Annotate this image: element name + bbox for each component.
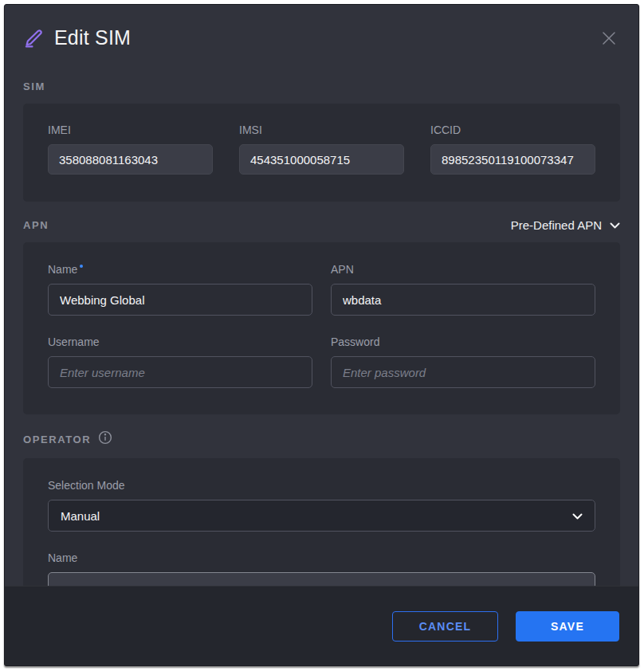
modal-footer: CANCEL SAVE — [5, 586, 638, 665]
required-dot — [80, 265, 83, 268]
apn-name-field-group: Name — [48, 263, 312, 316]
cancel-button[interactable]: CANCEL — [392, 611, 498, 642]
imsi-field-group: IMSI — [239, 124, 404, 175]
modal-header: Edit SIM — [23, 5, 620, 49]
modal-title: Edit SIM — [54, 26, 131, 49]
selection-mode-value: Manual — [61, 509, 100, 523]
operator-name-label: Name — [48, 551, 595, 565]
iccid-field-group: ICCID — [430, 124, 595, 175]
password-field-group: Password — [331, 336, 595, 388]
operator-section-label: OPERATOR — [23, 434, 91, 445]
close-icon[interactable] — [599, 29, 618, 48]
apn-input[interactable] — [331, 284, 595, 316]
sim-section-label: SIM — [23, 80, 45, 92]
imei-input[interactable] — [48, 144, 213, 175]
sim-section-header: SIM — [23, 79, 620, 93]
apn-field-group: APN — [331, 263, 595, 316]
iccid-label: ICCID — [430, 124, 595, 137]
apn-card: Name APN Username Password — [23, 242, 620, 414]
edit-sim-modal: Edit SIM SIM IMEI IMSI ICCID — [4, 4, 639, 666]
password-label: Password — [331, 336, 595, 349]
operator-section-header: OPERATOR — [23, 430, 620, 448]
predefined-apn-label: Pre-Defined APN — [511, 218, 602, 232]
apn-section-header: APN Pre-Defined APN — [23, 218, 620, 232]
chevron-down-icon — [610, 218, 620, 232]
apn-name-input[interactable] — [48, 284, 312, 316]
predefined-apn-dropdown[interactable]: Pre-Defined APN — [511, 218, 620, 232]
apn-section-label: APN — [23, 219, 49, 231]
apn-name-label: Name — [48, 263, 312, 277]
info-icon[interactable] — [98, 430, 112, 448]
password-input[interactable] — [331, 356, 595, 388]
edit-pencil-icon — [23, 28, 44, 49]
selection-mode-select[interactable]: Manual — [48, 500, 595, 532]
selection-mode-label: Selection Mode — [48, 479, 595, 492]
username-input[interactable] — [48, 356, 312, 388]
imsi-input[interactable] — [239, 144, 404, 175]
username-field-group: Username — [48, 336, 312, 388]
imei-label: IMEI — [48, 124, 213, 137]
imsi-label: IMSI — [239, 124, 404, 137]
chevron-down-icon — [572, 509, 583, 523]
save-button[interactable]: SAVE — [516, 611, 619, 642]
iccid-input[interactable] — [430, 144, 595, 175]
modal-body: Edit SIM SIM IMEI IMSI ICCID — [5, 5, 638, 665]
sim-card: IMEI IMSI ICCID — [23, 104, 620, 202]
imei-field-group: IMEI — [48, 124, 213, 175]
username-label: Username — [48, 336, 312, 349]
apn-label: APN — [331, 263, 595, 277]
selection-mode-field-group: Selection Mode Manual — [48, 479, 595, 532]
